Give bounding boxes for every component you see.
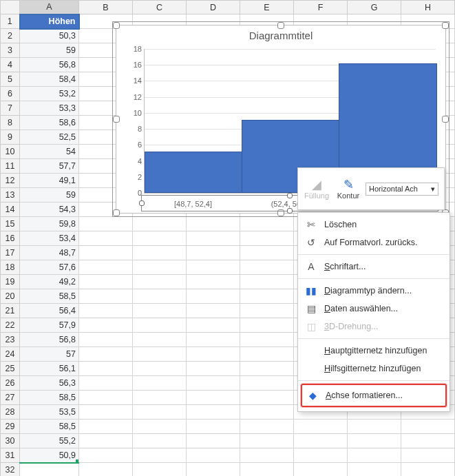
cell[interactable]: 50,3 <box>20 29 79 43</box>
cell[interactable] <box>133 376 187 391</box>
ctx-add-major-gridlines[interactable]: Hauptgitternetz hinzufügen <box>298 342 449 360</box>
row-header[interactable]: 20 <box>1 289 20 304</box>
cell[interactable]: 58,5 <box>20 391 79 405</box>
row-header[interactable]: 4 <box>1 58 20 72</box>
chart-bar[interactable] <box>145 152 243 193</box>
cell[interactable]: 56,4 <box>20 304 79 318</box>
cell[interactable]: 53,4 <box>20 231 79 246</box>
cell[interactable] <box>294 434 348 448</box>
row-header[interactable]: 10 <box>1 145 20 159</box>
cell[interactable] <box>401 434 455 448</box>
row-header[interactable]: 16 <box>1 231 20 246</box>
cell[interactable] <box>294 463 348 477</box>
cell[interactable] <box>187 289 240 304</box>
cell[interactable] <box>79 362 133 376</box>
cell[interactable] <box>294 420 348 434</box>
outline-button[interactable]: ✎ Kontur <box>334 178 363 200</box>
row-header[interactable]: 25 <box>1 362 20 376</box>
col-header-E[interactable]: E <box>240 1 294 14</box>
cell[interactable] <box>133 420 187 434</box>
cell[interactable] <box>187 391 240 405</box>
cell[interactable] <box>187 275 240 289</box>
cell[interactable] <box>79 448 133 463</box>
cell[interactable] <box>133 463 187 477</box>
cell[interactable] <box>79 275 133 289</box>
row-header[interactable]: 30 <box>1 434 20 448</box>
cell[interactable] <box>79 405 133 420</box>
cell[interactable]: 57,6 <box>20 260 79 275</box>
cell[interactable] <box>79 333 133 347</box>
cell[interactable] <box>187 420 240 434</box>
cell[interactable] <box>187 333 240 347</box>
cell[interactable]: 53,2 <box>20 87 79 101</box>
shape-style-selector[interactable]: Horizontal Ach ▾ <box>366 183 438 196</box>
cell[interactable] <box>187 376 240 391</box>
row-header[interactable]: 19 <box>1 275 20 289</box>
cell[interactable]: 56,1 <box>20 362 79 376</box>
cell[interactable] <box>79 347 133 362</box>
cell[interactable] <box>294 448 348 463</box>
cell[interactable] <box>79 289 133 304</box>
cell[interactable] <box>133 333 187 347</box>
cell[interactable]: 58,5 <box>20 289 79 304</box>
cell[interactable] <box>133 246 187 260</box>
row-header[interactable]: 31 <box>1 448 20 463</box>
cell[interactable] <box>133 347 187 362</box>
cell[interactable] <box>348 463 401 477</box>
cell[interactable]: 49,2 <box>20 275 79 289</box>
row-header[interactable]: 3 <box>1 43 20 58</box>
cell[interactable] <box>240 448 294 463</box>
cell[interactable]: 53,3 <box>20 101 79 116</box>
col-header-D[interactable]: D <box>187 1 240 14</box>
col-header-C[interactable]: C <box>133 1 187 14</box>
col-header-G[interactable]: G <box>348 1 401 14</box>
cell[interactable] <box>187 260 240 275</box>
cell[interactable] <box>187 463 240 477</box>
ctx-add-minor-gridlines[interactable]: Hilfsgitternetz hinzufügen <box>298 360 449 377</box>
cell[interactable]: 56,8 <box>20 58 79 72</box>
cell[interactable]: 54 <box>20 145 79 159</box>
cell[interactable] <box>240 318 294 333</box>
cell[interactable] <box>240 333 294 347</box>
cell[interactable] <box>133 434 187 448</box>
cell[interactable]: 58,5 <box>20 420 79 434</box>
cell[interactable] <box>240 246 294 260</box>
cell[interactable] <box>133 448 187 463</box>
cell[interactable] <box>79 434 133 448</box>
cell[interactable]: 55,2 <box>20 434 79 448</box>
cell[interactable] <box>187 217 240 231</box>
cell[interactable] <box>133 318 187 333</box>
cell[interactable]: 59 <box>20 43 79 58</box>
cell[interactable]: 53,5 <box>20 405 79 420</box>
cell[interactable] <box>133 362 187 376</box>
row-header[interactable]: 11 <box>1 159 20 174</box>
row-header[interactable]: 15 <box>1 217 20 231</box>
cell[interactable] <box>240 260 294 275</box>
row-header[interactable]: 18 <box>1 260 20 275</box>
ctx-reset-style[interactable]: ↺ Auf Formatvorl. zurücks. <box>298 234 449 251</box>
cell[interactable] <box>133 289 187 304</box>
cell[interactable] <box>348 420 401 434</box>
ctx-change-chart-type[interactable]: ▮▮ Diagrammtyp ändern... <box>298 282 449 300</box>
cell[interactable] <box>240 304 294 318</box>
cell[interactable] <box>240 217 294 231</box>
cell[interactable] <box>79 246 133 260</box>
cell[interactable] <box>187 362 240 376</box>
cell[interactable] <box>79 463 133 477</box>
cell[interactable] <box>240 463 294 477</box>
cell[interactable]: 59 <box>20 188 79 203</box>
cell[interactable] <box>79 376 133 391</box>
cell[interactable]: 49,1 <box>20 174 79 188</box>
cell[interactable]: 50,9 <box>20 448 79 463</box>
cell[interactable]: 57,7 <box>20 159 79 174</box>
col-header-F[interactable]: F <box>294 1 348 14</box>
chart-title[interactable]: Diagrammtitel <box>116 25 445 43</box>
cell[interactable] <box>240 420 294 434</box>
cell[interactable] <box>348 448 401 463</box>
cell[interactable]: 56,3 <box>20 376 79 391</box>
cell[interactable]: 57,9 <box>20 318 79 333</box>
cell[interactable] <box>187 405 240 420</box>
cell[interactable] <box>79 231 133 246</box>
cell[interactable] <box>133 405 187 420</box>
row-header[interactable]: 28 <box>1 405 20 420</box>
